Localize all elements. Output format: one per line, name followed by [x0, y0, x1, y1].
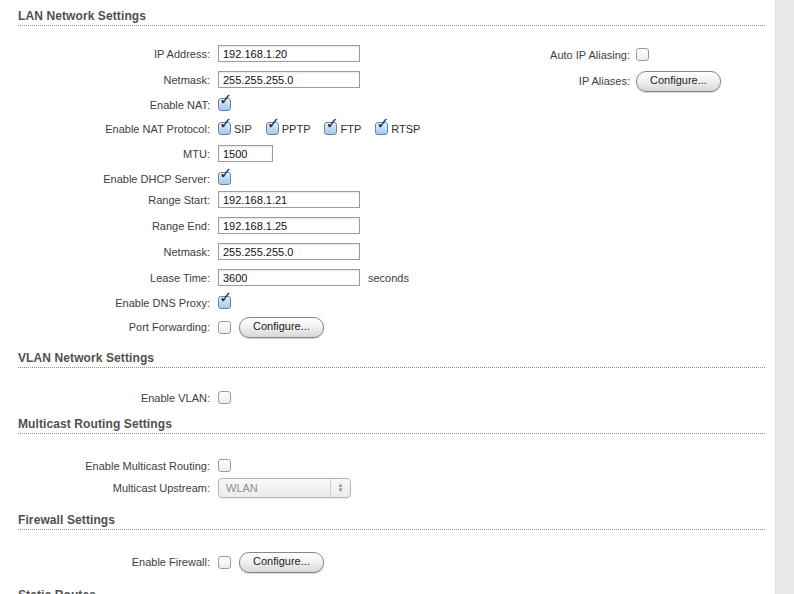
pptp-checkbox[interactable]: ✓ [266, 122, 279, 135]
multicast-section-header: Multicast Routing Settings [18, 417, 765, 434]
enable-nat-row: Enable NAT: ✓ [0, 96, 231, 113]
firewall-configure-button[interactable]: Configure... [239, 552, 324, 573]
network-settings-page: LAN Network Settings IP Address: Netmask… [0, 0, 794, 594]
check-icon: ✓ [325, 116, 338, 132]
lease-time-label: Lease Time: [0, 272, 210, 284]
nat-protocol-row: Enable NAT Protocol: ✓ SIP ✓ PPTP ✓ FTP … [0, 120, 420, 137]
dhcp-netmask-input[interactable] [218, 243, 360, 260]
rtsp-checkbox[interactable]: ✓ [375, 122, 388, 135]
sip-label: SIP [234, 123, 252, 135]
nat-protocol-ftp: ✓ FTP [324, 122, 361, 135]
lease-time-unit: seconds [368, 272, 409, 284]
check-icon: ✓ [219, 290, 232, 306]
range-start-row: Range Start: [0, 191, 360, 208]
ip-address-label: IP Address: [0, 48, 210, 60]
auto-ip-aliasing-label: Auto IP Aliasing: [400, 49, 630, 61]
check-icon: ✓ [267, 116, 280, 132]
enable-vlan-row: Enable VLAN: ✓ [0, 389, 231, 406]
nat-protocol-group: ✓ SIP ✓ PPTP ✓ FTP ✓ RTSP [210, 122, 420, 135]
lease-time-input[interactable] [218, 269, 360, 286]
multicast-section-title: Multicast Routing Settings [18, 417, 172, 431]
range-start-label: Range Start: [0, 194, 210, 206]
multicast-upstream-value: WLAN [226, 482, 258, 494]
enable-dhcp-row: Enable DHCP Server: ✓ [0, 170, 231, 187]
auto-ip-aliasing-row: Auto IP Aliasing: ✓ [400, 46, 649, 63]
enable-nat-label: Enable NAT: [0, 99, 210, 111]
rtsp-label: RTSP [391, 123, 420, 135]
mtu-input[interactable] [218, 145, 273, 162]
mtu-label: MTU: [0, 148, 210, 160]
sip-checkbox[interactable]: ✓ [218, 122, 231, 135]
static-routes-section-title: Static Routes [18, 588, 96, 594]
netmask-row: Netmask: [0, 71, 360, 88]
stepper-down-icon: ▼ [338, 488, 344, 493]
enable-vlan-label: Enable VLAN: [0, 392, 210, 404]
lan-section-header: LAN Network Settings [18, 9, 765, 26]
ip-address-input[interactable] [218, 45, 360, 62]
enable-firewall-label: Enable Firewall: [0, 556, 210, 568]
ip-aliases-label: IP Aliases: [400, 75, 630, 87]
enable-multicast-label: Enable Multicast Routing: [0, 460, 210, 472]
enable-multicast-checkbox[interactable]: ✓ [218, 459, 231, 472]
firewall-section-title: Firewall Settings [18, 513, 115, 527]
enable-dhcp-label: Enable DHCP Server: [0, 173, 210, 185]
nat-protocol-pptp: ✓ PPTP [266, 122, 311, 135]
enable-dhcp-checkbox[interactable]: ✓ [218, 172, 231, 185]
dhcp-netmask-label: Netmask: [0, 246, 210, 258]
lease-time-row: Lease Time: seconds [0, 269, 409, 286]
port-forwarding-checkbox[interactable]: ✓ [218, 321, 231, 334]
check-icon: ✓ [219, 92, 232, 108]
range-start-input[interactable] [218, 191, 360, 208]
enable-multicast-row: Enable Multicast Routing: ✓ [0, 457, 231, 474]
netmask-label: Netmask: [0, 74, 210, 86]
port-forwarding-configure-button[interactable]: Configure... [239, 317, 324, 338]
range-end-input[interactable] [218, 217, 360, 234]
scrollbar-track[interactable] [775, 0, 794, 594]
firewall-section-header: Firewall Settings [18, 513, 765, 530]
check-icon: ✓ [219, 166, 232, 182]
vlan-section-title: VLAN Network Settings [18, 351, 154, 365]
check-icon: ✓ [219, 116, 232, 132]
range-end-label: Range End: [0, 220, 210, 232]
nat-protocol-sip: ✓ SIP [218, 122, 252, 135]
multicast-upstream-select[interactable]: WLAN ▲ ▼ [218, 478, 351, 498]
pptp-label: PPTP [282, 123, 311, 135]
mtu-row: MTU: [0, 145, 273, 162]
dns-proxy-label: Enable DNS Proxy: [0, 297, 210, 309]
enable-firewall-checkbox[interactable]: ✓ [218, 556, 231, 569]
port-forwarding-label: Port Forwarding: [0, 321, 210, 333]
port-forwarding-row: Port Forwarding: ✓ Configure... [0, 317, 324, 337]
dns-proxy-row: Enable DNS Proxy: ✓ [0, 294, 231, 311]
multicast-upstream-label: Multicast Upstream: [0, 482, 210, 494]
dhcp-netmask-row: Netmask: [0, 243, 360, 260]
auto-ip-aliasing-checkbox[interactable]: ✓ [636, 48, 649, 61]
ftp-checkbox[interactable]: ✓ [324, 122, 337, 135]
enable-nat-checkbox[interactable]: ✓ [218, 98, 231, 111]
ip-address-row: IP Address: [0, 45, 360, 62]
enable-firewall-row: Enable Firewall: ✓ Configure... [0, 552, 324, 572]
dns-proxy-checkbox[interactable]: ✓ [218, 296, 231, 309]
enable-vlan-checkbox[interactable]: ✓ [218, 391, 231, 404]
static-routes-section-header: Static Routes [18, 588, 765, 594]
nat-protocol-label: Enable NAT Protocol: [0, 123, 210, 135]
ip-aliases-row: IP Aliases: Configure... [400, 71, 721, 91]
select-stepper-icon: ▲ ▼ [330, 479, 350, 497]
vlan-section-header: VLAN Network Settings [18, 351, 765, 368]
check-icon: ✓ [376, 116, 389, 132]
nat-protocol-rtsp: ✓ RTSP [375, 122, 420, 135]
netmask-input[interactable] [218, 71, 360, 88]
ip-aliases-configure-button[interactable]: Configure... [636, 71, 721, 92]
range-end-row: Range End: [0, 217, 360, 234]
multicast-upstream-row: Multicast Upstream: WLAN ▲ ▼ [0, 478, 351, 498]
lan-section-title: LAN Network Settings [18, 9, 146, 23]
ftp-label: FTP [340, 123, 361, 135]
